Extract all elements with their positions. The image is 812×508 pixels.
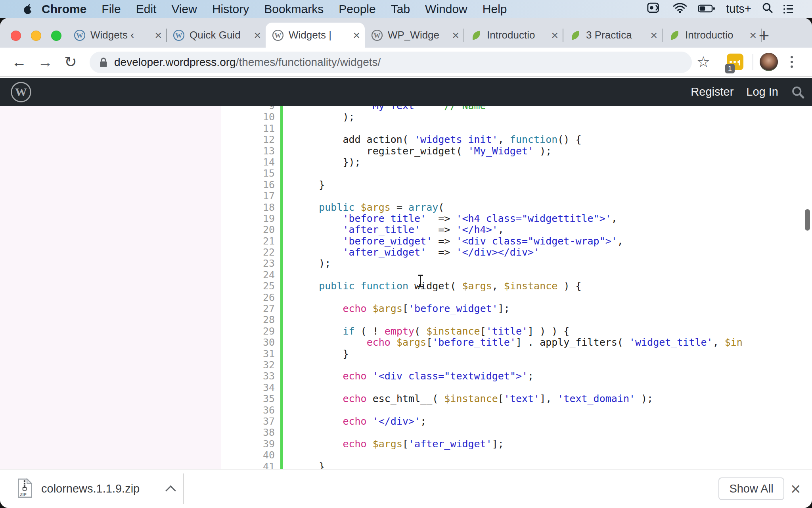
tab-strip: WWidgets ‹×WQuick Guid×WWidgets |×WWP_Wi… — [0, 18, 812, 48]
line-number-39: 39 — [0, 439, 275, 450]
line-number-28: 28 — [0, 314, 275, 325]
browser-menu-icon[interactable] — [791, 48, 793, 76]
menu-window[interactable]: Window — [425, 2, 467, 16]
close-window-button[interactable] — [11, 31, 21, 41]
menu-chrome[interactable]: Chrome — [42, 2, 86, 16]
forward-button[interactable]: → — [35, 48, 56, 76]
bookmark-star-icon[interactable]: ☆ — [697, 48, 710, 76]
menu-file[interactable]: File — [102, 2, 121, 16]
url-text: developer.wordpress.org/themes/functiona… — [114, 56, 381, 69]
menu-bookmarks[interactable]: Bookmarks — [264, 2, 324, 16]
code-line-15 — [295, 168, 756, 179]
code-line-17 — [295, 190, 756, 202]
profile-avatar[interactable] — [760, 53, 778, 71]
line-number-35: 35 — [0, 393, 275, 404]
menu-history[interactable]: History — [212, 2, 249, 16]
code-line-13: register_widget( 'My_Widget' ); — [295, 146, 756, 157]
code-block[interactable]: 'My Text' // Name ); add_action( 'widget… — [295, 106, 756, 469]
leaf-favicon — [569, 29, 581, 41]
fullscreen-window-button[interactable] — [51, 31, 61, 41]
tab-close-icon[interactable]: × — [551, 29, 558, 41]
tab-close-icon[interactable]: × — [650, 29, 657, 41]
line-number-18: 18 — [0, 202, 275, 213]
code-line-26 — [295, 292, 756, 303]
window-controls — [11, 18, 61, 48]
line-number-32: 32 — [0, 360, 275, 371]
code-line-11 — [295, 123, 756, 134]
register-link[interactable]: Register — [691, 85, 733, 98]
tab-1[interactable]: WWidgets ‹× — [67, 23, 167, 48]
code-line-16: } — [295, 179, 756, 190]
tab-title: Quick Guid — [190, 29, 248, 41]
line-number-10: 10 — [0, 112, 275, 123]
svg-text:W: W — [275, 32, 282, 39]
menu-people[interactable]: People — [339, 2, 375, 16]
code-line-33: echo '<div class="textwidget">'; — [295, 371, 756, 382]
tab-6[interactable]: 3 Practica× — [563, 23, 662, 48]
tab-2[interactable]: WQuick Guid× — [167, 23, 266, 48]
tab-7[interactable]: Introductio× — [662, 23, 761, 48]
tab-5[interactable]: Introductio× — [464, 23, 563, 48]
notification-list-icon[interactable] — [783, 5, 793, 13]
wordpress-favicon: W — [74, 29, 86, 41]
scrollbar-thumb[interactable] — [805, 209, 810, 231]
download-bar-close-icon[interactable]: × — [791, 470, 801, 508]
code-line-38 — [295, 427, 756, 438]
wordpress-logo-icon[interactable]: W — [10, 81, 32, 103]
line-numbers: 9101112131415161718192021222324252627282… — [0, 106, 275, 469]
text-cursor — [417, 275, 423, 287]
line-number-31: 31 — [0, 348, 275, 360]
line-number-37: 37 — [0, 416, 275, 427]
tab-close-icon[interactable]: × — [155, 29, 162, 41]
code-line-27: echo $args['before_widget']; — [295, 303, 756, 314]
login-link[interactable]: Log In — [746, 85, 778, 98]
code-line-20: 'after_title' => '</h4>', — [295, 224, 756, 235]
new-tab-button[interactable]: + — [755, 23, 773, 48]
tab-close-icon[interactable]: × — [452, 29, 459, 41]
tab-title: WP_Widge — [388, 29, 446, 41]
leaf-favicon — [668, 29, 680, 41]
page-content: 9101112131415161718192021222324252627282… — [0, 106, 812, 469]
browser-window: WWidgets ‹×WQuick Guid×WWidgets |×WWP_Wi… — [0, 18, 812, 508]
show-all-button[interactable]: Show All — [718, 477, 784, 500]
line-number-25: 25 — [0, 281, 275, 292]
tab-3[interactable]: WWidgets |× — [266, 23, 365, 48]
menu-edit[interactable]: Edit — [136, 2, 157, 16]
wifi-icon[interactable] — [673, 2, 687, 16]
ssl-lock-icon[interactable] — [99, 57, 108, 68]
download-item[interactable]: ZIP colornews.1.1.9.zip — [17, 470, 176, 508]
line-number-22: 22 — [0, 247, 275, 258]
line-number-11: 11 — [0, 123, 275, 134]
tab-close-icon[interactable]: × — [254, 29, 261, 41]
apple-menu-icon[interactable] — [23, 4, 33, 15]
battery-icon[interactable] — [698, 2, 715, 16]
line-number-24: 24 — [0, 269, 275, 281]
chevron-up-icon[interactable] — [166, 486, 176, 492]
address-bar[interactable]: developer.wordpress.org/themes/functiona… — [90, 52, 692, 73]
line-number-26: 26 — [0, 292, 275, 303]
minimize-window-button[interactable] — [31, 31, 41, 41]
line-number-36: 36 — [0, 405, 275, 416]
reload-button[interactable]: ↻ — [60, 48, 81, 76]
back-button[interactable]: ← — [9, 48, 29, 76]
spotlight-search-icon[interactable] — [762, 2, 773, 16]
code-line-40 — [295, 450, 756, 461]
tab-close-icon[interactable]: × — [353, 29, 360, 41]
svg-text:W: W — [15, 85, 27, 98]
leaf-favicon — [470, 29, 482, 41]
menu-view[interactable]: View — [171, 2, 197, 16]
wordpress-favicon: W — [272, 29, 284, 41]
code-line-14: }); — [295, 157, 756, 168]
menu-tab[interactable]: Tab — [391, 2, 410, 16]
site-search-icon[interactable] — [791, 85, 804, 99]
line-number-20: 20 — [0, 224, 275, 235]
menubar-account-label[interactable]: tuts+ — [726, 2, 751, 15]
svg-text:W: W — [374, 32, 381, 39]
screen-recording-icon[interactable] — [647, 2, 662, 16]
line-number-29: 29 — [0, 326, 275, 337]
extension-icon[interactable]: 1 — [727, 54, 743, 70]
line-number-12: 12 — [0, 134, 275, 145]
tab-4[interactable]: WWP_Widge× — [365, 23, 464, 48]
svg-text:ZIP: ZIP — [20, 492, 27, 496]
menu-help[interactable]: Help — [483, 2, 507, 16]
